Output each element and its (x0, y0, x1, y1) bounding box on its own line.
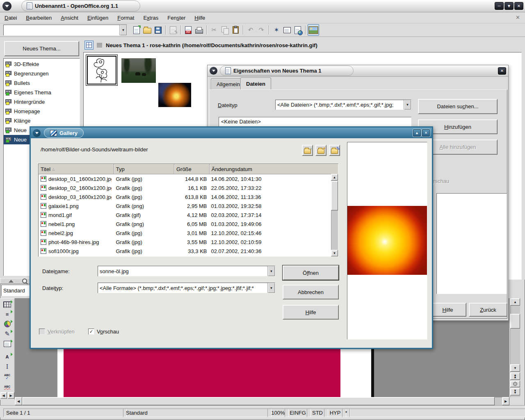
gallery-theme-item[interactable]: 3D-Effekte (4, 59, 80, 69)
menu-item[interactable]: Datei (0, 12, 21, 23)
dropdown-icon[interactable]: ▼ (404, 100, 411, 110)
url-input[interactable] (4, 25, 119, 35)
redo-button[interactable]: ↷ (256, 25, 267, 35)
file-dialog-help-button[interactable]: Hilfe (283, 305, 339, 320)
menu-item[interactable]: Bearbeiten (21, 12, 56, 23)
file-row[interactable]: nebel2.jpg Grafik (jpg) 3,01 MB 12.10.20… (39, 228, 338, 237)
level-up-button[interactable]: ↑ (302, 145, 313, 156)
vertical-scrollbar[interactable]: ▲ ▼ ▲▲ ▼▼ (510, 298, 520, 397)
back-button[interactable]: Zurück (469, 303, 507, 317)
page-style-status[interactable]: Standard (123, 409, 272, 417)
default-directory-button[interactable]: ✎ (329, 145, 340, 156)
file-row[interactable]: galaxie1.png Grafik (png) 2,95 MB 01.03.… (39, 201, 338, 210)
thumbnail-nebula[interactable] (158, 83, 191, 107)
url-combobox[interactable]: ▼ (3, 25, 127, 36)
preview-checkbox[interactable]: ✓ Vorschau (88, 329, 119, 335)
gallery-theme-item[interactable]: Klänge (4, 116, 80, 126)
save-document-button[interactable] (153, 25, 163, 35)
insert-frame-button[interactable] (2, 339, 13, 349)
cut-button[interactable]: ✂ (209, 25, 219, 35)
scroll-down-button[interactable]: ▼ (510, 364, 520, 372)
column-header-aenderungsdatum[interactable]: Änderungsdatum (210, 164, 338, 174)
column-header-typ[interactable]: Typ (114, 164, 174, 174)
file-row[interactable]: nebel1.png Grafik (png) 6,05 MB 01.03.20… (39, 219, 338, 228)
text-animation-button[interactable]: A (2, 352, 13, 362)
horizontal-scrollbar[interactable]: ◀ ▶ (15, 397, 509, 405)
new-theme-button[interactable]: Neues Thema... (4, 41, 79, 56)
insert-object-button[interactable] (2, 319, 13, 329)
insert-table-button[interactable] (2, 299, 13, 309)
print-button[interactable] (194, 25, 204, 35)
navigator-button[interactable]: ✶ (271, 25, 282, 35)
toolbar-scroll-right-button[interactable]: ▶ (8, 392, 14, 399)
menu-item[interactable]: Ansicht (56, 12, 83, 23)
cancel-button[interactable]: Abbrechen (283, 285, 339, 299)
dialog-menu-button[interactable] (210, 67, 217, 75)
stylist-button[interactable] (282, 25, 292, 35)
file-row[interactable]: sofi1000r.jpg Grafik (jpg) 33,3 KB 02.07… (39, 247, 338, 256)
minimize-button[interactable]: ─ (495, 2, 504, 10)
file-row[interactable]: mond1.gif Grafik (gif) 4,12 MB 02.03.200… (39, 210, 338, 219)
auto-spellcheck-button[interactable]: ABC (2, 381, 13, 391)
copy-button[interactable] (219, 25, 230, 35)
column-header-titel[interactable]: Titel△ (39, 164, 114, 174)
gallery-theme-item[interactable]: Hintergründe (4, 97, 80, 107)
url-dropdown-icon[interactable]: ▼ (119, 25, 127, 35)
paste-button[interactable] (230, 25, 241, 35)
edit-file-button[interactable]: ✎ (168, 25, 178, 35)
dropdown-icon[interactable]: ▼ (267, 266, 275, 276)
window-menu-button[interactable] (2, 2, 11, 11)
direct-cursor-button[interactable]: I (2, 362, 13, 372)
open-document-button[interactable] (142, 25, 153, 35)
dialog-menu-button[interactable] (33, 129, 41, 137)
next-page-button[interactable]: ▼▼ (510, 388, 520, 395)
magnifier-icon[interactable] (22, 278, 27, 283)
paragraph-style-box[interactable]: Standard (1, 285, 31, 296)
file-name-combobox[interactable]: sonne-öl.jpg ▼ (98, 266, 275, 276)
menu-item[interactable]: Einfügen (83, 12, 113, 23)
insert-button[interactable]: ≡ (2, 309, 13, 319)
open-button[interactable]: Öffnen (283, 265, 339, 280)
checkbox-checked-icon[interactable]: ✓ (88, 329, 94, 335)
gallery-theme-item[interactable]: Bullets (4, 78, 80, 88)
table-scroll-thumb[interactable] (331, 181, 338, 210)
tab-dateien[interactable]: Dateien (240, 78, 271, 89)
gallery-theme-item[interactable]: Homepage (4, 107, 80, 116)
file-row[interactable]: desktop_03_1600x1200.jpg Grafik (jpg) 61… (39, 192, 338, 201)
link-checkbox[interactable]: Verknüpfen (39, 329, 75, 335)
undo-button[interactable]: ↶ (245, 25, 256, 35)
toolbar-scroll-left-button[interactable]: ◀ (0, 392, 7, 399)
navigation-dot-button[interactable] (510, 381, 520, 387)
file-row[interactable]: desktop_02_1600x1200.jpg Grafik (jpg) 16… (39, 183, 338, 192)
find-files-button[interactable]: Dateien suchen... (418, 99, 498, 114)
scroll-up-button[interactable]: ▲ (331, 174, 338, 180)
detail-view-button[interactable] (95, 41, 104, 50)
column-header-groesse[interactable]: Größe (174, 164, 210, 174)
draw-functions-button[interactable]: ✎ (2, 329, 13, 339)
file-type-combobox[interactable]: <Alle Dateien> (*.bmp;*.dxf;*.emf;*.eps;… (275, 100, 411, 110)
gallery-theme-item[interactable]: Eigenes Thema (4, 88, 80, 97)
new-document-button[interactable] (131, 25, 142, 35)
scroll-left-button[interactable]: ◀ (15, 397, 22, 405)
scroll-up-button[interactable]: ▲ (510, 298, 520, 306)
dialog-close-button[interactable]: ✕ (498, 67, 506, 75)
shade-button[interactable]: ▲ (413, 129, 421, 137)
file-row[interactable]: desktop_01_1600x1200.jpg Grafik (jpg) 14… (39, 174, 338, 183)
icon-view-button[interactable] (84, 41, 94, 50)
gallery-button[interactable] (308, 24, 319, 36)
vertical-scroll-thumb[interactable] (510, 314, 520, 329)
gallery-theme-item[interactable]: Begrenzungen (4, 69, 80, 78)
menu-item[interactable]: Format (113, 12, 139, 23)
close-button[interactable]: ✕ (514, 2, 523, 10)
menu-item[interactable]: Hilfe (190, 12, 210, 23)
thumbnail-rose-kathrin[interactable] (87, 56, 116, 84)
thumbnail-horses[interactable] (121, 58, 156, 83)
hyperlink-dialog-button[interactable] (292, 25, 303, 35)
collapse-arrow-icon[interactable] (9, 280, 14, 283)
scroll-down-button[interactable]: ▼ (331, 250, 338, 256)
spellcheck-button[interactable]: ABC✓ (2, 372, 13, 381)
file-table-scrollbar[interactable]: ▲ ▼ (331, 174, 338, 256)
properties-help-button[interactable]: Hilfe (429, 303, 466, 317)
horizontal-scroll-thumb[interactable] (22, 397, 495, 405)
dropdown-icon[interactable]: ▼ (267, 283, 275, 293)
